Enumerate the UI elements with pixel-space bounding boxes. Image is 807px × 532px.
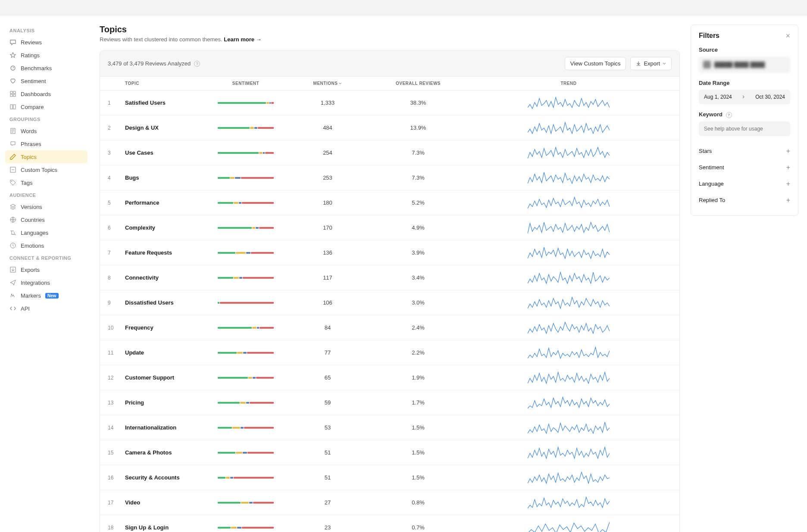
nav-phrases[interactable]: Phrases bbox=[5, 137, 88, 150]
topic-name: Security & Accounts bbox=[125, 474, 207, 481]
view-custom-topics-button[interactable]: View Custom Topics bbox=[565, 57, 626, 70]
topic-name: Update bbox=[125, 349, 207, 356]
col-trend[interactable]: TREND bbox=[466, 81, 672, 86]
nav-sentiment[interactable]: Sentiment bbox=[5, 75, 88, 87]
table-row[interactable]: 12Customer Support651.9% bbox=[100, 365, 679, 390]
nav-heading: ANALYSIS bbox=[5, 25, 88, 36]
topic-name: Frequency bbox=[125, 324, 207, 331]
table-row[interactable]: 10Frequency842.4% bbox=[100, 315, 679, 340]
nav-api[interactable]: API bbox=[5, 302, 88, 315]
sentiment-bar bbox=[218, 352, 274, 354]
table-row[interactable]: 18Sign Up & Login230.7% bbox=[100, 515, 679, 532]
topic-name: Customer Support bbox=[125, 374, 207, 381]
filter-label: Sentiment bbox=[699, 164, 724, 171]
trend-sparkline bbox=[528, 296, 610, 309]
sentiment-bar bbox=[218, 177, 274, 179]
table-row[interactable]: 8Connectivity1173.4% bbox=[100, 265, 679, 290]
close-icon[interactable]: × bbox=[785, 32, 790, 40]
nav-label: Markers bbox=[21, 292, 41, 299]
filter-language[interactable]: Language+ bbox=[699, 176, 790, 192]
table-row[interactable]: 16Security & Accounts511.5% bbox=[100, 465, 679, 490]
table-row[interactable]: 11Update772.2% bbox=[100, 340, 679, 365]
table-row[interactable]: 7Feature Requests1363.9% bbox=[100, 240, 679, 265]
keyword-input[interactable] bbox=[699, 121, 790, 136]
col-reviews[interactable]: OVERALL REVIEWS bbox=[371, 81, 466, 86]
reviews-value: 2.4% bbox=[371, 324, 466, 331]
reviews-value: 3.4% bbox=[371, 274, 466, 281]
date-range-picker[interactable]: Aug 1, 2024 Oct 30, 2024 bbox=[699, 90, 790, 104]
info-icon[interactable]: ? bbox=[194, 61, 200, 67]
sentiment-bar bbox=[218, 502, 274, 504]
filter-sentiment[interactable]: Sentiment+ bbox=[699, 159, 790, 176]
row-number: 7 bbox=[108, 250, 125, 256]
topic-name: Video bbox=[125, 499, 207, 506]
table-row[interactable]: 1Satisfied Users1,33338.3% bbox=[100, 90, 679, 115]
nav-benchmarks[interactable]: Benchmarks bbox=[5, 62, 88, 75]
table-row[interactable]: 15Camera & Photos511.5% bbox=[100, 440, 679, 465]
export-button[interactable]: Export bbox=[630, 57, 672, 70]
nav-label: Compare bbox=[21, 104, 44, 110]
col-sentiment[interactable]: SENTIMENT bbox=[207, 81, 285, 86]
nav-languages[interactable]: Languages bbox=[5, 226, 88, 239]
trend-sparkline bbox=[528, 121, 610, 134]
nav-countries[interactable]: Countries bbox=[5, 213, 88, 226]
nav-markers[interactable]: MarkersNew bbox=[5, 289, 88, 302]
nav-dashboards[interactable]: Dashboards bbox=[5, 87, 88, 100]
source-label: Source bbox=[699, 47, 790, 53]
lang-icon bbox=[9, 229, 16, 236]
mentions-value: 59 bbox=[285, 399, 371, 406]
nav-label: Versions bbox=[21, 204, 42, 210]
topics-table: 3,479 of 3,479 Reviews Analyzed ? View C… bbox=[100, 50, 680, 532]
table-row[interactable]: 9Dissatisfied Users1063.0% bbox=[100, 290, 679, 315]
filter-stars[interactable]: Stars+ bbox=[699, 143, 790, 159]
topic-name: Internationalization bbox=[125, 424, 207, 431]
nav-compare[interactable]: Compare bbox=[5, 100, 88, 113]
row-number: 17 bbox=[108, 500, 125, 506]
filter-replied-to[interactable]: Replied To+ bbox=[699, 192, 790, 208]
trend-sparkline bbox=[528, 96, 610, 109]
nav-ratings[interactable]: Ratings bbox=[5, 49, 88, 62]
topic-name: Sign Up & Login bbox=[125, 524, 207, 531]
table-row[interactable]: 5Performance1805.2% bbox=[100, 190, 679, 215]
table-row[interactable]: 14Internationalization531.5% bbox=[100, 415, 679, 440]
trend-sparkline bbox=[528, 471, 610, 484]
row-number: 2 bbox=[108, 125, 125, 131]
nav-reviews[interactable]: Reviews bbox=[5, 36, 88, 49]
nav-words[interactable]: Words bbox=[5, 124, 88, 137]
nav-exports[interactable]: Exports bbox=[5, 263, 88, 276]
row-number: 4 bbox=[108, 175, 125, 181]
nav-label: Reviews bbox=[21, 39, 42, 46]
reviews-value: 3.0% bbox=[371, 299, 466, 306]
info-icon[interactable]: ? bbox=[726, 112, 732, 118]
nav-custom-topics[interactable]: Custom Topics bbox=[5, 163, 88, 176]
table-row[interactable]: 4Bugs2537.3% bbox=[100, 165, 679, 190]
sentiment-bar bbox=[218, 477, 274, 479]
learn-more-link[interactable]: Learn more → bbox=[224, 36, 261, 43]
nav-versions[interactable]: Versions bbox=[5, 200, 88, 213]
download-icon bbox=[636, 61, 641, 66]
col-topic[interactable]: TOPIC bbox=[125, 81, 207, 86]
table-row[interactable]: 13Pricing591.7% bbox=[100, 390, 679, 415]
col-mentions[interactable]: MENTIONS bbox=[285, 81, 371, 86]
table-row[interactable]: 3Use Cases2547.3% bbox=[100, 140, 679, 165]
row-number: 15 bbox=[108, 450, 125, 456]
svg-rect-4 bbox=[13, 94, 16, 96]
table-row[interactable]: 6Complexity1704.9% bbox=[100, 215, 679, 240]
sidebar: ANALYSISReviewsRatingsBenchmarksSentimen… bbox=[0, 16, 93, 532]
export-icon bbox=[9, 266, 16, 273]
nav-label: Tags bbox=[21, 180, 32, 186]
new-badge: New bbox=[45, 293, 59, 299]
nav-emotions[interactable]: Emotions bbox=[5, 239, 88, 252]
trend-sparkline bbox=[528, 321, 610, 334]
table-row[interactable]: 2Design & UX48413.9% bbox=[100, 115, 679, 140]
nav-topics[interactable]: Topics bbox=[5, 150, 88, 163]
sentiment-bar bbox=[218, 127, 274, 129]
row-number: 11 bbox=[108, 350, 125, 356]
trend-sparkline bbox=[528, 146, 610, 159]
nav-label: Dashboards bbox=[21, 91, 51, 97]
source-selector[interactable]: █████ ████ ████ bbox=[699, 56, 790, 73]
table-row[interactable]: 17Video270.8% bbox=[100, 490, 679, 515]
svg-rect-6 bbox=[13, 105, 16, 109]
nav-tags[interactable]: Tags bbox=[5, 176, 88, 189]
nav-integrations[interactable]: Integrations bbox=[5, 276, 88, 289]
